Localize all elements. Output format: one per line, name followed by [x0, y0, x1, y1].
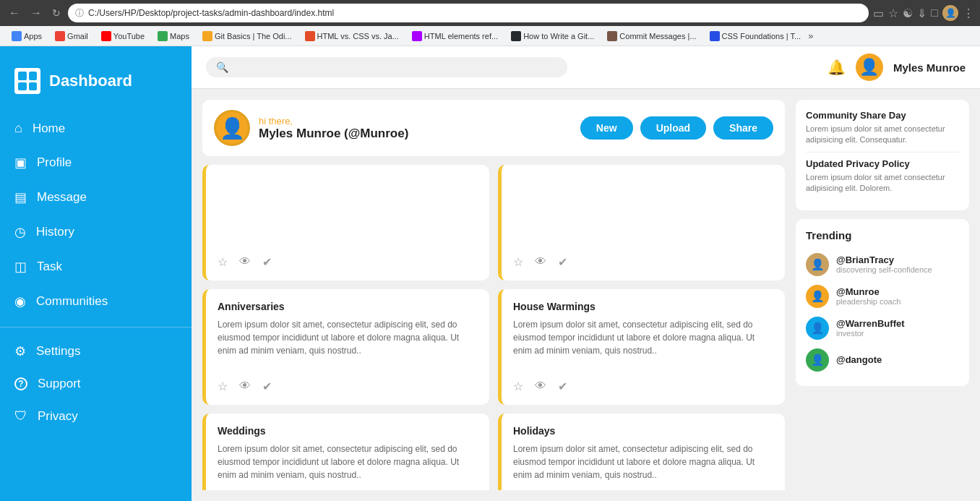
- sidebar-item-settings[interactable]: ⚙ Settings: [0, 335, 192, 368]
- card-anniversaries: Anniversaries Lorem ipsum dolor sit amet…: [202, 289, 489, 405]
- card-anniversaries-body: Lorem ipsum dolor sit amet, consectetur …: [218, 318, 478, 371]
- message-icon: ▤: [14, 189, 27, 205]
- address-bar[interactable]: ⓘ C:/Users/HP/Desktop/project-tasks/admi…: [68, 4, 869, 22]
- browser-actions: ▭ ☆ ☯ ⇓ □ 👤 ⋮: [873, 5, 974, 21]
- sidebar-label-task: Task: [37, 260, 62, 274]
- reload-button[interactable]: ↻: [49, 6, 64, 20]
- bookmark-maps[interactable]: Maps: [152, 30, 195, 43]
- card-housewarmings: House Warmings Lorem ipsum dolor sit ame…: [498, 289, 785, 405]
- sidebar-label-message: Message: [37, 190, 87, 205]
- card-housewarmings-view-icon[interactable]: 👁: [535, 380, 546, 393]
- card-1-view-icon[interactable]: 👁: [239, 255, 251, 269]
- sidebar-item-privacy[interactable]: 🛡 Privacy: [0, 400, 192, 432]
- sidebar-item-message[interactable]: ▤ Message: [0, 181, 192, 214]
- sidebar-item-communities[interactable]: ◉ Communities: [0, 285, 192, 318]
- notification-bell-icon[interactable]: 🔔: [828, 59, 846, 76]
- sidebar-item-profile[interactable]: ▣ Profile: [0, 146, 192, 179]
- card-anniversaries-view-icon[interactable]: 👁: [239, 380, 251, 393]
- welcome-avatar: 👤: [214, 110, 250, 146]
- card-anniversaries-share-icon[interactable]: ✔: [262, 380, 272, 393]
- sidebar-item-home[interactable]: ⌂ Home: [0, 112, 192, 145]
- sidebar-item-task[interactable]: ◫ Task: [0, 250, 192, 283]
- card-anniversaries-star-icon[interactable]: ☆: [218, 380, 228, 393]
- announcement-1-title: Community Share Day: [806, 110, 959, 121]
- bookmark-m[interactable]: HTML elements ref...: [406, 30, 504, 43]
- card-1: ☆ 👁 ✔: [202, 165, 489, 281]
- logo-square-1: [18, 72, 27, 80]
- card-2-share-icon[interactable]: ✔: [558, 255, 567, 269]
- gmail-icon: [55, 31, 65, 41]
- sidebar: Dashboard ⌂ Home ▣ Profile ▤ Message ◷ H…: [0, 46, 192, 501]
- extensions-icon[interactable]: ☯: [903, 7, 913, 20]
- html-icon: [305, 31, 315, 41]
- trending-item-3: 👤 @WarrenBuffet investor: [806, 312, 959, 344]
- trending-avatar-2: 👤: [806, 285, 829, 308]
- bookmark-gmail[interactable]: Gmail: [49, 30, 94, 43]
- more-bookmarks[interactable]: »: [808, 30, 813, 41]
- bookmarks-bar: Apps Gmail YouTube Maps Git Basics | The…: [0, 26, 980, 46]
- topbar: 🔍 🔔 👤 Myles Munroe: [192, 46, 980, 89]
- sidebar-item-history[interactable]: ◷ History: [0, 215, 192, 249]
- trending-title: Trending: [806, 229, 959, 241]
- announcements-section: Community Share Day Lorem ipsum dolor si…: [796, 100, 969, 210]
- welcome-text: hi there, Myles Munroe (@Munroe): [259, 116, 408, 141]
- sidebar-label-communities: Communities: [36, 294, 108, 309]
- bookmark-css[interactable]: CSS Foundations | T...: [704, 30, 807, 43]
- bookmark-gitw[interactable]: How to Write a Git...: [505, 30, 600, 43]
- sidebar-label-profile: Profile: [37, 155, 72, 170]
- search-bar: 🔍: [206, 57, 567, 77]
- apps-icon: [12, 31, 22, 41]
- card-housewarmings-star-icon[interactable]: ☆: [513, 380, 523, 393]
- trending-item-1: 👤 @BrianTracy discovering self-confidenc…: [806, 249, 959, 281]
- topbar-username: Myles Munroe: [893, 61, 966, 74]
- card-2: ☆ 👁 ✔: [498, 165, 785, 281]
- forward-button[interactable]: →: [27, 5, 45, 21]
- card-1-star-icon[interactable]: ☆: [218, 255, 228, 269]
- avatar-icon[interactable]: 👤: [942, 5, 958, 21]
- download-icon[interactable]: ⇓: [917, 7, 927, 20]
- card-1-share-icon[interactable]: ✔: [262, 255, 272, 269]
- trending-handle-1: @BrianTracy: [836, 254, 932, 265]
- bookmark-icon[interactable]: ☆: [888, 7, 898, 20]
- upload-button[interactable]: Upload: [640, 116, 706, 140]
- content-area: 👤 hi there, Myles Munroe (@Munroe) New U…: [192, 89, 980, 501]
- window-icon[interactable]: □: [931, 7, 938, 20]
- search-input[interactable]: [234, 61, 557, 73]
- card-housewarmings-share-icon[interactable]: ✔: [558, 380, 567, 393]
- back-button[interactable]: ←: [6, 5, 23, 21]
- bookmark-apps[interactable]: Apps: [6, 30, 48, 43]
- topbar-avatar[interactable]: 👤: [856, 53, 883, 81]
- card-2-view-icon[interactable]: 👁: [535, 255, 546, 269]
- bookmark-youtube[interactable]: YouTube: [95, 30, 150, 43]
- welcome-name: Myles Munroe (@Munroe): [259, 127, 408, 141]
- menu-icon[interactable]: ⋮: [963, 7, 974, 20]
- card-holidays: Holidays Lorem ipsum dolor sit amet, con…: [498, 414, 785, 490]
- trending-info-2: @Munroe pleadership coach: [836, 286, 901, 306]
- bookmark-css-label: CSS Foundations | T...: [722, 32, 801, 40]
- youtube-icon: [101, 31, 111, 41]
- trending-item-4: 👤 @dangote: [806, 344, 959, 376]
- card-2-star-icon[interactable]: ☆: [513, 255, 523, 269]
- card-anniversaries-title: Anniversaries: [218, 301, 478, 312]
- card-weddings-title: Weddings: [218, 425, 478, 437]
- card-2-actions: ☆ 👁 ✔: [513, 255, 773, 269]
- cast-icon[interactable]: ▭: [873, 7, 884, 20]
- topbar-right: 🔔 👤 Myles Munroe: [828, 53, 966, 81]
- card-housewarmings-title: House Warmings: [513, 301, 773, 312]
- bookmark-git[interactable]: Git Basics | The Odi...: [197, 30, 298, 43]
- announcement-1-text: Lorem ipsum dolor sit amet consectetur a…: [806, 124, 959, 146]
- bookmark-html[interactable]: HTML vs. CSS vs. Ja...: [299, 30, 405, 43]
- new-button[interactable]: New: [580, 116, 633, 140]
- welcome-left: 👤 hi there, Myles Munroe (@Munroe): [214, 110, 408, 146]
- home-icon: ⌂: [14, 121, 22, 136]
- sidebar-item-support[interactable]: ? Support: [0, 368, 192, 400]
- announcement-1: Community Share Day Lorem ipsum dolor si…: [806, 110, 959, 146]
- bookmark-html-label: HTML vs. CSS vs. Ja...: [317, 32, 399, 40]
- bookmark-git-label: Git Basics | The Odi...: [215, 32, 292, 40]
- welcome-actions: New Upload Share: [580, 116, 773, 140]
- trending-handle-3: @WarrenBuffet: [836, 318, 905, 329]
- bookmark-commit[interactable]: Commit Messages |...: [601, 30, 702, 43]
- share-button[interactable]: Share: [713, 116, 773, 140]
- trending-desc-3: investor: [836, 329, 905, 338]
- browser-toolbar: ← → ↻ ⓘ C:/Users/HP/Desktop/project-task…: [0, 0, 980, 26]
